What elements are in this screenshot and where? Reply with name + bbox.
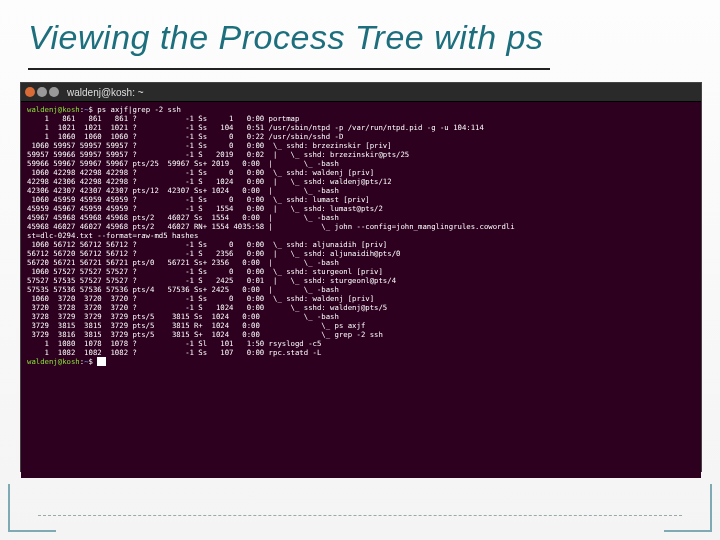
title-underline — [28, 68, 550, 70]
close-icon[interactable] — [25, 87, 35, 97]
terminal-titlebar: waldenj@kosh: ~ — [21, 83, 701, 102]
terminal-title: waldenj@kosh: ~ — [67, 88, 144, 97]
footer-divider — [38, 515, 682, 516]
slide-root: Viewing the Process Tree with ps waldenj… — [0, 0, 720, 540]
terminal-window: waldenj@kosh: ~ waldenj@kosh:~$ ps axjf|… — [20, 82, 702, 472]
maximize-icon[interactable] — [49, 87, 59, 97]
slide-title: Viewing the Process Tree with ps — [28, 18, 544, 57]
minimize-icon[interactable] — [37, 87, 47, 97]
corner-decor-br — [664, 484, 712, 532]
terminal-body[interactable]: waldenj@kosh:~$ ps axjf|grep -2 ssh 1 86… — [21, 102, 701, 478]
corner-decor-bl — [8, 484, 56, 532]
